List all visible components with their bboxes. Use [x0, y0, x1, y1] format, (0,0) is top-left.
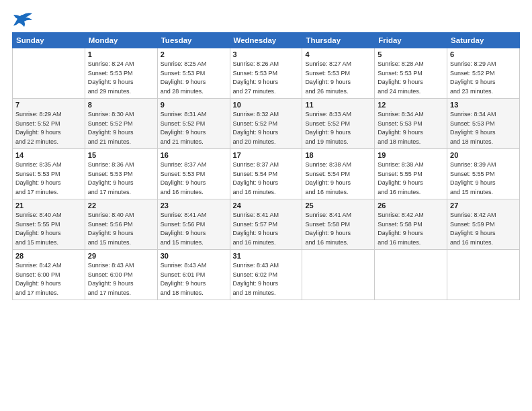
day-number: 31	[233, 252, 300, 260]
day-number: 21	[15, 201, 82, 210]
calendar-week-row: 7Sunrise: 8:29 AMSunset: 5:52 PMDaylight…	[13, 99, 520, 149]
day-number: 16	[161, 151, 227, 159]
calendar-cell: 6Sunrise: 8:29 AMSunset: 5:52 PMDaylight…	[447, 48, 520, 99]
calendar-cell: 25Sunrise: 8:41 AMSunset: 5:58 PMDayligh…	[302, 199, 375, 250]
calendar-cell: 10Sunrise: 8:32 AMSunset: 5:52 PMDayligh…	[230, 99, 302, 149]
calendar-table: SundayMondayTuesdayWednesdayThursdayFrid…	[12, 32, 520, 300]
calendar-cell: 15Sunrise: 8:36 AMSunset: 5:53 PMDayligh…	[85, 149, 157, 199]
day-info: Sunrise: 8:29 AMSunset: 5:52 PMDaylight:…	[450, 60, 517, 96]
day-number: 29	[88, 252, 154, 260]
day-info: Sunrise: 8:24 AMSunset: 5:53 PMDaylight:…	[88, 60, 154, 96]
calendar-cell: 30Sunrise: 8:43 AMSunset: 6:01 PMDayligh…	[157, 250, 230, 300]
day-number: 4	[305, 50, 371, 58]
calendar-cell: 7Sunrise: 8:29 AMSunset: 5:52 PMDaylight…	[13, 99, 85, 149]
day-info: Sunrise: 8:36 AMSunset: 5:53 PMDaylight:…	[88, 161, 154, 197]
day-info: Sunrise: 8:38 AMSunset: 5:55 PMDaylight:…	[378, 161, 444, 197]
calendar-cell: 16Sunrise: 8:37 AMSunset: 5:53 PMDayligh…	[157, 149, 230, 199]
day-number: 1	[88, 50, 154, 58]
weekday-header-cell: Thursday	[302, 33, 375, 48]
calendar-cell: 22Sunrise: 8:40 AMSunset: 5:56 PMDayligh…	[85, 199, 157, 250]
day-info: Sunrise: 8:34 AMSunset: 5:53 PMDaylight:…	[378, 110, 444, 146]
day-info: Sunrise: 8:27 AMSunset: 5:53 PMDaylight:…	[305, 60, 371, 96]
day-number: 22	[88, 201, 154, 210]
weekday-header-row: SundayMondayTuesdayWednesdayThursdayFrid…	[13, 33, 520, 48]
calendar-cell	[13, 48, 85, 99]
calendar-cell: 1Sunrise: 8:24 AMSunset: 5:53 PMDaylight…	[85, 48, 157, 99]
calendar-cell: 31Sunrise: 8:43 AMSunset: 6:02 PMDayligh…	[230, 250, 302, 300]
day-info: Sunrise: 8:37 AMSunset: 5:53 PMDaylight:…	[161, 161, 227, 197]
day-info: Sunrise: 8:34 AMSunset: 5:53 PMDaylight:…	[450, 110, 517, 146]
calendar-cell: 5Sunrise: 8:28 AMSunset: 5:53 PMDaylight…	[375, 48, 447, 99]
day-number: 27	[450, 201, 517, 210]
day-number: 18	[305, 151, 371, 159]
day-info: Sunrise: 8:39 AMSunset: 5:55 PMDaylight:…	[450, 161, 517, 197]
day-info: Sunrise: 8:43 AMSunset: 6:00 PMDaylight:…	[88, 261, 154, 298]
day-number: 14	[15, 151, 82, 159]
day-info: Sunrise: 8:41 AMSunset: 5:57 PMDaylight:…	[233, 211, 300, 247]
calendar-cell: 2Sunrise: 8:25 AMSunset: 5:53 PMDaylight…	[157, 48, 230, 99]
calendar-cell: 8Sunrise: 8:30 AMSunset: 5:52 PMDaylight…	[85, 99, 157, 149]
weekday-header-cell: Friday	[375, 33, 447, 48]
calendar-body: 1Sunrise: 8:24 AMSunset: 5:53 PMDaylight…	[13, 48, 520, 300]
day-info: Sunrise: 8:43 AMSunset: 6:02 PMDaylight:…	[233, 261, 300, 298]
calendar-cell	[447, 250, 520, 300]
day-number: 23	[161, 201, 227, 210]
day-number: 9	[161, 101, 227, 109]
day-info: Sunrise: 8:42 AMSunset: 5:59 PMDaylight:…	[450, 211, 517, 247]
day-info: Sunrise: 8:29 AMSunset: 5:52 PMDaylight:…	[15, 110, 82, 146]
calendar-cell: 20Sunrise: 8:39 AMSunset: 5:55 PMDayligh…	[447, 149, 520, 199]
calendar-cell: 11Sunrise: 8:33 AMSunset: 5:52 PMDayligh…	[302, 99, 375, 149]
day-number: 26	[378, 201, 444, 210]
calendar-week-row: 1Sunrise: 8:24 AMSunset: 5:53 PMDaylight…	[13, 48, 520, 99]
day-number: 25	[305, 201, 371, 210]
day-number: 13	[450, 101, 517, 109]
day-number: 11	[305, 101, 371, 109]
calendar-cell: 18Sunrise: 8:38 AMSunset: 5:54 PMDayligh…	[302, 149, 375, 199]
calendar-cell: 13Sunrise: 8:34 AMSunset: 5:53 PMDayligh…	[447, 99, 520, 149]
calendar-cell: 19Sunrise: 8:38 AMSunset: 5:55 PMDayligh…	[375, 149, 447, 199]
calendar-cell: 24Sunrise: 8:41 AMSunset: 5:57 PMDayligh…	[230, 199, 302, 250]
day-info: Sunrise: 8:42 AMSunset: 5:58 PMDaylight:…	[378, 211, 444, 247]
day-info: Sunrise: 8:41 AMSunset: 5:58 PMDaylight:…	[305, 211, 371, 247]
day-info: Sunrise: 8:30 AMSunset: 5:52 PMDaylight:…	[88, 110, 154, 146]
day-info: Sunrise: 8:43 AMSunset: 6:01 PMDaylight:…	[161, 261, 227, 298]
page: SundayMondayTuesdayWednesdayThursdayFrid…	[0, 0, 532, 411]
calendar-cell: 4Sunrise: 8:27 AMSunset: 5:53 PMDaylight…	[302, 48, 375, 99]
calendar-cell	[302, 250, 375, 300]
weekday-header-cell: Sunday	[13, 33, 85, 48]
day-info: Sunrise: 8:40 AMSunset: 5:56 PMDaylight:…	[88, 211, 154, 247]
logo	[12, 12, 35, 27]
calendar-cell: 28Sunrise: 8:42 AMSunset: 6:00 PMDayligh…	[13, 250, 85, 300]
calendar-cell: 29Sunrise: 8:43 AMSunset: 6:00 PMDayligh…	[85, 250, 157, 300]
weekday-header-cell: Monday	[85, 33, 157, 48]
day-info: Sunrise: 8:42 AMSunset: 6:00 PMDaylight:…	[15, 261, 82, 298]
calendar-cell: 9Sunrise: 8:31 AMSunset: 5:52 PMDaylight…	[157, 99, 230, 149]
day-info: Sunrise: 8:35 AMSunset: 5:53 PMDaylight:…	[15, 161, 82, 197]
day-number: 2	[161, 50, 227, 58]
day-info: Sunrise: 8:41 AMSunset: 5:56 PMDaylight:…	[161, 211, 227, 247]
weekday-header-cell: Tuesday	[157, 33, 230, 48]
day-number: 3	[233, 50, 300, 58]
weekday-header-cell: Saturday	[447, 33, 520, 48]
day-number: 15	[88, 151, 154, 159]
calendar-cell: 26Sunrise: 8:42 AMSunset: 5:58 PMDayligh…	[375, 199, 447, 250]
logo-icon	[12, 12, 34, 27]
day-number: 6	[450, 50, 517, 58]
calendar-cell: 21Sunrise: 8:40 AMSunset: 5:55 PMDayligh…	[13, 199, 85, 250]
day-info: Sunrise: 8:26 AMSunset: 5:53 PMDaylight:…	[233, 60, 300, 96]
calendar-cell: 3Sunrise: 8:26 AMSunset: 5:53 PMDaylight…	[230, 48, 302, 99]
day-info: Sunrise: 8:33 AMSunset: 5:52 PMDaylight:…	[305, 110, 371, 146]
calendar-cell	[375, 250, 447, 300]
day-number: 5	[378, 50, 444, 58]
calendar-week-row: 21Sunrise: 8:40 AMSunset: 5:55 PMDayligh…	[13, 199, 520, 250]
day-info: Sunrise: 8:38 AMSunset: 5:54 PMDaylight:…	[305, 161, 371, 197]
day-number: 12	[378, 101, 444, 109]
calendar-week-row: 28Sunrise: 8:42 AMSunset: 6:00 PMDayligh…	[13, 250, 520, 300]
calendar-week-row: 14Sunrise: 8:35 AMSunset: 5:53 PMDayligh…	[13, 149, 520, 199]
day-info: Sunrise: 8:37 AMSunset: 5:54 PMDaylight:…	[233, 161, 300, 197]
calendar-cell: 17Sunrise: 8:37 AMSunset: 5:54 PMDayligh…	[230, 149, 302, 199]
day-info: Sunrise: 8:40 AMSunset: 5:55 PMDaylight:…	[15, 211, 82, 247]
calendar-cell: 27Sunrise: 8:42 AMSunset: 5:59 PMDayligh…	[447, 199, 520, 250]
calendar-cell: 14Sunrise: 8:35 AMSunset: 5:53 PMDayligh…	[13, 149, 85, 199]
day-number: 30	[161, 252, 227, 260]
